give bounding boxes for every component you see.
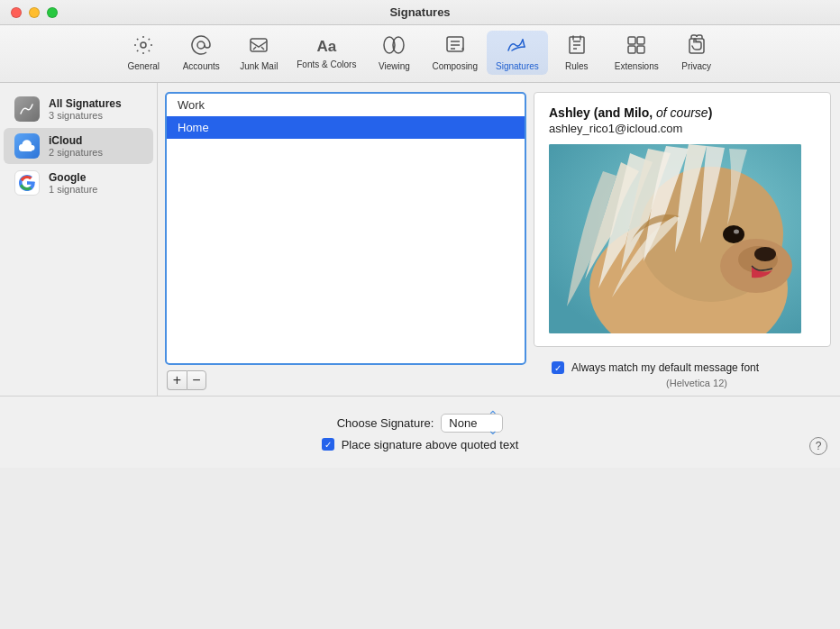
content-body: All Signatures 3 signatures iCloud 2 sig… (0, 83, 840, 396)
titlebar: Signatures (0, 0, 840, 25)
add-signature-button[interactable]: + (167, 370, 187, 390)
place-sig-label: Place signature above quoted text (342, 438, 519, 451)
sidebar-item-icloud[interactable]: iCloud 2 signatures (4, 128, 153, 164)
svg-rect-13 (637, 37, 644, 44)
svg-point-27 (723, 225, 744, 243)
choose-sig-select-wrapper: None Work Home ⌃⌄ (441, 414, 503, 433)
viewing-icon (381, 34, 406, 59)
font-match-sub: (Helvetica 12) (543, 378, 831, 394)
all-signatures-text: All Signatures 3 signatures (49, 97, 122, 121)
toolbar-item-rules[interactable]: Rules (548, 31, 606, 75)
signatures-list: Work Home (165, 92, 526, 365)
svg-point-1 (197, 41, 205, 49)
signature-preview-email: ashley_rico1@icloud.com (549, 122, 816, 135)
toolbar-label-signatures: Signatures (496, 61, 539, 71)
bottom-bar: Choose Signature: None Work Home ⌃⌄ ✓ Pl… (0, 396, 840, 468)
google-count: 1 signature (49, 184, 97, 195)
place-sig-row: ✓ Place signature above quoted text (322, 438, 519, 451)
center-panel: Work Home + − (158, 83, 534, 396)
remove-signature-button[interactable]: − (187, 370, 206, 390)
preview-name-italic: of course (656, 105, 708, 120)
help-button[interactable]: ? (809, 437, 827, 455)
signatures-icon (505, 34, 530, 59)
window-title: Signatures (389, 5, 450, 19)
signature-item-home[interactable]: Home (167, 116, 525, 139)
sidebar-item-google[interactable]: Google 1 signature (4, 165, 153, 201)
choose-sig-row: Choose Signature: None Work Home ⌃⌄ (337, 414, 504, 433)
toolbar-item-general[interactable]: General (114, 31, 172, 75)
svg-rect-15 (637, 46, 644, 53)
svg-point-0 (141, 42, 146, 48)
font-match-checkbox[interactable]: ✓ (552, 361, 564, 374)
choose-sig-select[interactable]: None Work Home (441, 414, 503, 433)
preview-name-bold: Ashley (549, 105, 590, 120)
sidebar-item-all-signatures[interactable]: All Signatures 3 signatures (4, 91, 153, 127)
svg-line-3 (253, 47, 256, 50)
toolbar-label-fonts-colors: Fonts & Colors (297, 59, 356, 69)
place-sig-checkbox[interactable]: ✓ (322, 438, 334, 451)
toolbar-label-rules: Rules (565, 61, 589, 71)
toolbar-item-privacy[interactable]: Privacy (668, 31, 726, 75)
right-section: Ashley (and Milo, of course) ashley_rico… (534, 83, 840, 396)
signature-item-work[interactable]: Work (167, 94, 525, 116)
google-icon (14, 170, 40, 196)
toolbar-item-junk-mail[interactable]: Junk Mail (230, 31, 288, 75)
toolbar-label-privacy: Privacy (681, 61, 711, 71)
icloud-name: iCloud (49, 134, 103, 147)
toolbar-label-extensions: Extensions (615, 61, 659, 71)
toolbar-label-general: General (127, 61, 160, 71)
toolbar-item-extensions[interactable]: Extensions (606, 31, 668, 75)
all-signatures-name: All Signatures (49, 97, 122, 110)
all-signatures-icon (14, 96, 40, 122)
toolbar-label-accounts: Accounts (183, 61, 220, 71)
rules-icon (566, 34, 588, 59)
svg-line-4 (261, 47, 264, 50)
sidebar: All Signatures 3 signatures iCloud 2 sig… (0, 83, 158, 396)
toolbar-label-junk-mail: Junk Mail (240, 61, 278, 71)
toolbar-item-accounts[interactable]: Accounts (172, 31, 230, 75)
icloud-icon (14, 133, 40, 159)
svg-point-28 (734, 230, 739, 234)
toolbar: General Accounts Junk Mail Aa Fonts & Co… (0, 25, 840, 83)
svg-point-26 (754, 247, 776, 261)
font-match-section: ✓ Always match my default message font (… (534, 347, 840, 396)
icloud-text: iCloud 2 signatures (49, 134, 103, 158)
svg-rect-12 (628, 37, 635, 44)
privacy-icon (686, 34, 708, 59)
icloud-count: 2 signatures (49, 147, 103, 158)
gear-icon (132, 34, 154, 59)
toolbar-label-composing: Composing (432, 61, 478, 71)
close-button[interactable] (11, 7, 22, 18)
toolbar-item-fonts-colors[interactable]: Aa Fonts & Colors (288, 32, 365, 73)
extensions-icon (625, 34, 647, 59)
junk-mail-icon (248, 34, 269, 59)
window-controls (11, 7, 58, 18)
toolbar-label-viewing: Viewing (379, 61, 410, 71)
preview-name-rest: (and Milo, of course) (590, 105, 712, 120)
svg-rect-14 (628, 46, 635, 53)
toolbar-item-viewing[interactable]: Viewing (365, 31, 423, 75)
maximize-button[interactable] (47, 7, 58, 18)
list-controls: + − (165, 365, 526, 396)
svg-rect-2 (251, 39, 267, 51)
preview-panel: Ashley (and Milo, of course) ashley_rico… (534, 92, 831, 347)
at-icon (190, 34, 212, 59)
signature-dog-photo (549, 144, 801, 333)
font-match-row: ✓ Always match my default message font (543, 354, 768, 378)
toolbar-item-signatures[interactable]: Signatures (487, 31, 548, 75)
composing-icon (444, 34, 466, 59)
google-name: Google (49, 171, 97, 184)
choose-sig-label: Choose Signature: (337, 416, 434, 430)
all-signatures-count: 3 signatures (49, 110, 122, 121)
minimize-button[interactable] (29, 7, 40, 18)
font-match-label: Always match my default message font (571, 361, 759, 374)
fonts-icon: Aa (316, 36, 336, 58)
google-text: Google 1 signature (49, 171, 97, 195)
toolbar-item-composing[interactable]: Composing (423, 31, 487, 75)
signature-preview-name: Ashley (and Milo, of course) (549, 105, 816, 120)
